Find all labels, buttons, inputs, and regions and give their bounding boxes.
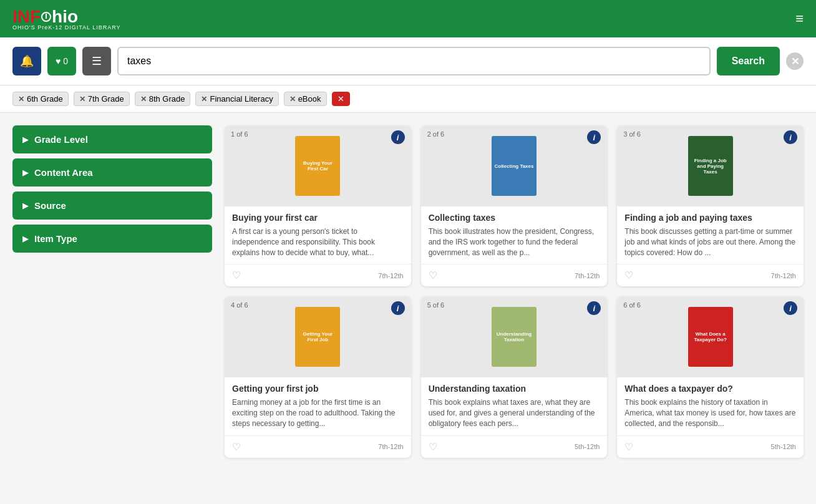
favorite-icon[interactable]: ♡ (232, 441, 241, 453)
sidebar-item-content-area[interactable]: ▶ Content Area (12, 158, 212, 187)
chevron-right-icon: ▶ (22, 168, 28, 177)
card-description: A first car is a young person's ticket t… (232, 226, 404, 258)
card-image-area: 1 of 6 Buying Your First Car i (225, 125, 411, 206)
result-card-1: 1 of 6 Buying Your First Car i Buying yo… (225, 125, 411, 286)
favorite-icon[interactable]: ♡ (624, 441, 633, 453)
card-title: Getting your first job (232, 384, 404, 394)
card-body: Getting your first job Earning money at … (225, 377, 411, 435)
clear-all-filters-button[interactable]: ✕ (332, 92, 350, 106)
favorite-icon[interactable]: ♡ (232, 269, 241, 281)
favorite-icon[interactable]: ♡ (429, 441, 437, 453)
card-body: What does a taxpayer do? This book expla… (617, 377, 804, 435)
sidebar-item-label: Source (34, 200, 66, 211)
sidebar: ▶ Grade Level ▶ Content Area ▶ Source ▶ … (12, 125, 212, 458)
sidebar-item-label: Grade Level (34, 134, 88, 145)
card-counter: 5 of 6 (427, 301, 445, 309)
remove-filter-icon: ✕ (79, 95, 85, 104)
filters-row: ✕ 6th Grade ✕ 7th Grade ✕ 8th Grade ✕ Fi… (0, 85, 816, 113)
filter-label: 6th Grade (27, 94, 63, 104)
card-counter: 6 of 6 (623, 301, 641, 309)
filter-tag-7th-grade[interactable]: ✕ 7th Grade (74, 92, 130, 106)
list-icon: ☰ (92, 54, 102, 68)
card-footer: ♡ 5th-12th (617, 435, 804, 458)
search-input[interactable] (117, 47, 711, 75)
filter-label: eBook (298, 94, 321, 104)
hamburger-menu[interactable]: ≡ (795, 11, 804, 27)
card-image-area: 2 of 6 Collecting Taxes i (421, 125, 608, 206)
filter-label: 8th Grade (149, 94, 185, 104)
favorite-icon[interactable]: ♡ (429, 269, 437, 281)
card-description: Earning money at a job for the first tim… (232, 397, 404, 429)
sidebar-item-grade-level[interactable]: ▶ Grade Level (12, 125, 212, 153)
card-description: This book explains the history of taxati… (624, 397, 796, 429)
info-icon[interactable]: i (587, 130, 601, 144)
card-title: Understanding taxation (429, 384, 600, 394)
clear-all-icon: ✕ (338, 94, 344, 104)
card-image-area: 3 of 6 Finding a Job and Paying Taxes i (617, 125, 804, 206)
card-counter: 3 of 6 (623, 130, 641, 138)
remove-filter-icon: ✕ (18, 95, 24, 104)
power-icon (41, 12, 51, 22)
info-icon[interactable]: i (784, 130, 797, 144)
favorites-label: ♥ 0 (56, 56, 68, 66)
card-footer: ♡ 7th-12th (225, 264, 411, 286)
search-button[interactable]: Search (717, 47, 780, 75)
card-body: Collecting taxes This book illustrates h… (421, 206, 608, 264)
logo: INFhio OHIO'S PreK-12 DIGITAL LIBRARY (12, 7, 121, 31)
sidebar-item-item-type[interactable]: ▶ Item Type (12, 225, 212, 253)
clear-search-button[interactable]: ✕ (786, 52, 804, 70)
card-footer: ♡ 7th-12th (617, 264, 804, 286)
result-card-4: 4 of 6 Getting Your First Job i Getting … (225, 296, 411, 457)
notification-button[interactable]: 🔔 (12, 47, 41, 75)
remove-filter-icon: ✕ (140, 95, 147, 104)
clear-icon: ✕ (791, 56, 799, 67)
book-cover: Getting Your First Job (295, 307, 340, 367)
grade-range: 7th-12th (771, 272, 796, 279)
logo-inf: INF (12, 7, 41, 26)
sidebar-item-source[interactable]: ▶ Source (12, 191, 212, 220)
info-icon[interactable]: i (391, 301, 405, 315)
grade-range: 7th-12th (575, 272, 600, 279)
favorites-button[interactable]: ♥ 0 (47, 47, 76, 75)
filter-label: Financial Literacy (210, 94, 273, 104)
grade-range: 7th-12th (378, 272, 403, 279)
card-body: Understanding taxation This book explain… (421, 377, 608, 435)
filter-label: 7th Grade (88, 94, 124, 104)
book-cover: Collecting Taxes (492, 136, 537, 196)
info-icon[interactable]: i (784, 301, 797, 315)
grade-range: 5th-12th (575, 443, 600, 450)
remove-filter-icon: ✕ (289, 95, 296, 104)
card-footer: ♡ 7th-12th (225, 435, 411, 458)
bell-icon: 🔔 (20, 54, 34, 68)
filter-tag-ebook[interactable]: ✕ eBook (284, 92, 327, 106)
card-title: What does a taxpayer do? (624, 384, 796, 394)
chevron-right-icon: ▶ (22, 235, 28, 243)
list-menu-button[interactable]: ☰ (82, 47, 111, 75)
remove-filter-icon: ✕ (201, 95, 207, 104)
card-title: Buying your first car (232, 213, 404, 223)
card-image-area: 4 of 6 Getting Your First Job i (225, 296, 411, 377)
card-body: Finding a job and paying taxes This book… (617, 206, 804, 264)
filter-tag-8th-grade[interactable]: ✕ 8th Grade (135, 92, 191, 106)
card-body: Buying your first car A first car is a y… (225, 206, 411, 264)
logo-subtitle: OHIO'S PreK-12 DIGITAL LIBRARY (12, 24, 121, 31)
filter-tag-6th-grade[interactable]: ✕ 6th Grade (12, 92, 69, 106)
info-icon[interactable]: i (391, 130, 405, 144)
book-cover: Understanding Taxation (492, 307, 537, 367)
favorite-icon[interactable]: ♡ (624, 269, 633, 281)
card-counter: 4 of 6 (231, 301, 248, 309)
card-image-area: 5 of 6 Understanding Taxation i (421, 296, 608, 377)
chevron-right-icon: ▶ (22, 201, 28, 210)
info-icon[interactable]: i (587, 301, 601, 315)
filter-tag-financial-literacy[interactable]: ✕ Financial Literacy (195, 92, 278, 106)
sidebar-item-label: Item Type (34, 233, 77, 244)
result-card-3: 3 of 6 Finding a Job and Paying Taxes i … (617, 125, 804, 286)
grade-range: 5th-12th (771, 443, 796, 450)
book-cover: Finding a Job and Paying Taxes (688, 136, 733, 196)
card-title: Collecting taxes (429, 213, 600, 223)
card-counter: 2 of 6 (427, 130, 445, 138)
header: INFhio OHIO'S PreK-12 DIGITAL LIBRARY ≡ (0, 0, 816, 37)
sidebar-item-label: Content Area (34, 167, 93, 178)
result-card-2: 2 of 6 Collecting Taxes i Collecting tax… (421, 125, 608, 286)
search-area: 🔔 ♥ 0 ☰ Search ✕ (0, 37, 816, 85)
